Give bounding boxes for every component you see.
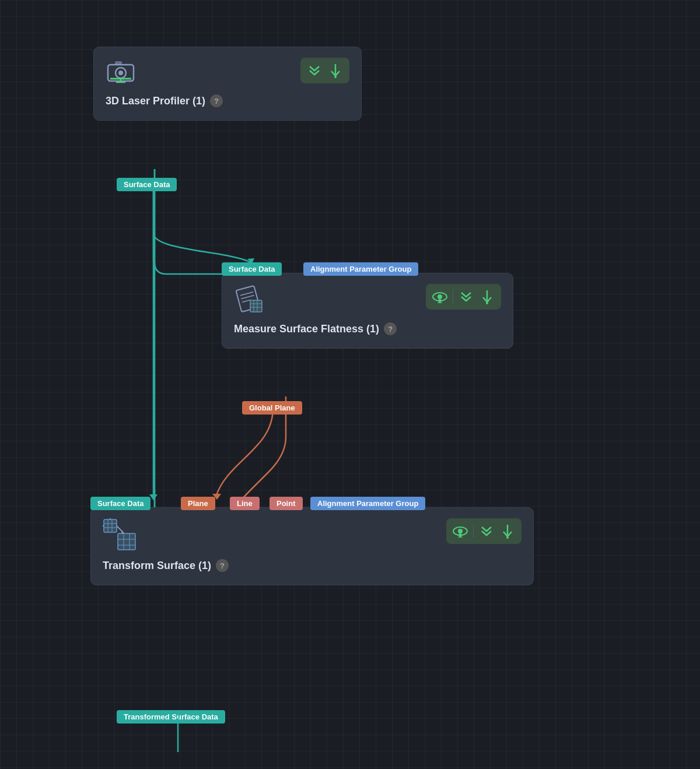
svg-rect-35: [118, 533, 135, 550]
button-separator-3: [473, 524, 474, 538]
svg-rect-26: [104, 519, 117, 532]
surface-data-port-2[interactable]: Surface Data: [222, 262, 282, 276]
plane-port[interactable]: Plane: [181, 497, 215, 510]
svg-line-31: [117, 526, 124, 533]
flatness-icon: [234, 284, 264, 317]
arrow-down-button-3[interactable]: [498, 522, 517, 540]
svg-point-41: [458, 529, 463, 533]
node-top-row: [106, 58, 349, 89]
flatness-help[interactable]: ?: [384, 322, 397, 335]
svg-rect-6: [115, 61, 122, 65]
action-buttons-node2: [426, 284, 501, 310]
measure-flatness-node: Measure Surface Flatness (1) ?: [222, 273, 513, 349]
alignment-param-port-1[interactable]: Alignment Parameter Group: [303, 262, 418, 276]
laser-profiler-node: 3D Laser Profiler (1) ?: [93, 47, 362, 121]
surface-data-port-1[interactable]: Surface Data: [117, 178, 177, 191]
svg-point-42: [459, 533, 462, 537]
arrow-down-button-2[interactable]: [478, 287, 496, 306]
flatness-node-title: Measure Surface Flatness (1) ?: [234, 322, 501, 335]
svg-point-11: [334, 76, 337, 78]
svg-point-5: [118, 71, 123, 75]
svg-line-13: [240, 292, 253, 296]
laser-profiler-title: 3D Laser Profiler (1) ?: [106, 94, 349, 107]
double-chevron-button-2[interactable]: [457, 287, 475, 306]
surface-data-port-3[interactable]: Surface Data: [90, 497, 150, 510]
transformed-surface-data-port[interactable]: Transformed Surface Data: [117, 710, 225, 724]
svg-line-14: [241, 296, 254, 299]
svg-rect-16: [250, 300, 262, 312]
arrow-down-button-1[interactable]: [326, 61, 345, 80]
svg-point-23: [438, 299, 442, 303]
camera-icon: [106, 58, 136, 89]
double-chevron-button-3[interactable]: [477, 522, 496, 540]
transform-node-top-row: [103, 518, 522, 553]
action-buttons-node3: [446, 518, 522, 544]
transform-node-title: Transform Surface (1) ?: [103, 559, 522, 572]
svg-marker-48: [149, 494, 158, 500]
flatness-node-top-row: [234, 284, 501, 317]
svg-point-44: [506, 536, 509, 539]
laser-profiler-help[interactable]: ?: [210, 94, 223, 107]
transform-help[interactable]: ?: [216, 559, 229, 572]
double-chevron-button-1[interactable]: [305, 61, 324, 80]
laser-profiler-title-text: 3D Laser Profiler (1): [106, 95, 205, 107]
point-port[interactable]: Point: [270, 497, 303, 510]
global-plane-port[interactable]: Global Plane: [242, 401, 302, 415]
transform-icon: [103, 518, 138, 553]
alignment-param-port-2[interactable]: Alignment Parameter Group: [310, 497, 425, 510]
button-separator-2: [453, 290, 453, 304]
svg-line-15: [242, 300, 250, 302]
transform-surface-node: Transform Surface (1) ?: [90, 507, 534, 585]
flatness-title-text: Measure Surface Flatness (1): [234, 323, 379, 335]
svg-point-22: [438, 294, 442, 299]
eye-button-2[interactable]: [430, 287, 449, 306]
svg-point-25: [486, 302, 488, 304]
transform-title-text: Transform Surface (1): [103, 560, 211, 572]
line-port[interactable]: Line: [230, 497, 260, 510]
action-buttons-node1: [300, 58, 349, 83]
eye-button-3[interactable]: [451, 522, 470, 540]
